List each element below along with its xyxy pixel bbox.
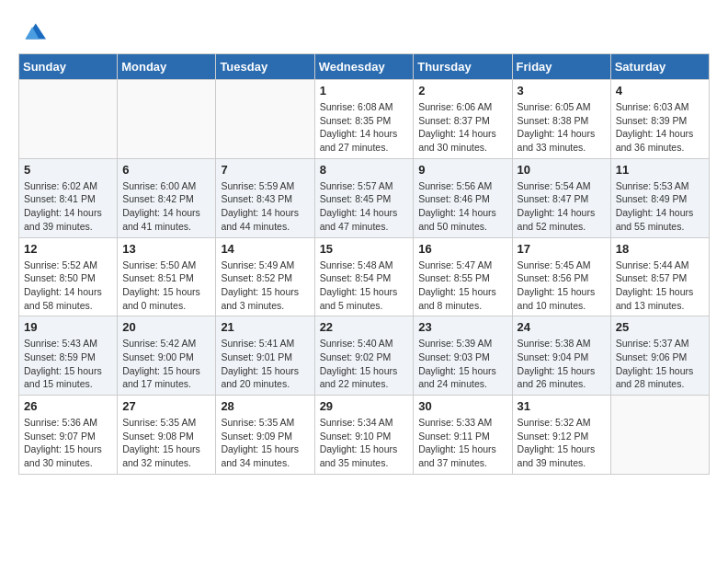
weekday-header-row: SundayMondayTuesdayWednesdayThursdayFrid… [19, 54, 710, 80]
day-number: 23 [418, 320, 506, 334]
day-cell: 9Sunrise: 5:56 AM Sunset: 8:46 PM Daylig… [414, 158, 512, 237]
weekday-saturday: Saturday [610, 54, 709, 80]
day-info: Sunrise: 5:57 AM Sunset: 8:45 PM Dayligh… [320, 179, 409, 234]
day-info: Sunrise: 6:06 AM Sunset: 8:37 PM Dayligh… [418, 100, 506, 155]
day-cell: 6Sunrise: 6:00 AM Sunset: 8:42 PM Daylig… [118, 158, 216, 237]
weekday-monday: Monday [118, 54, 216, 80]
day-cell: 4Sunrise: 6:03 AM Sunset: 8:39 PM Daylig… [610, 80, 709, 159]
day-cell: 28Sunrise: 5:35 AM Sunset: 9:09 PM Dayli… [216, 396, 314, 475]
day-info: Sunrise: 5:56 AM Sunset: 8:46 PM Dayligh… [418, 179, 506, 234]
day-info: Sunrise: 6:02 AM Sunset: 8:41 PM Dayligh… [24, 179, 112, 234]
day-info: Sunrise: 6:00 AM Sunset: 8:42 PM Dayligh… [122, 179, 210, 234]
day-number: 29 [320, 399, 409, 413]
day-cell [216, 80, 314, 159]
week-row-1: 1Sunrise: 6:08 AM Sunset: 8:35 PM Daylig… [19, 80, 710, 159]
week-row-2: 5Sunrise: 6:02 AM Sunset: 8:41 PM Daylig… [19, 158, 710, 237]
day-number: 7 [221, 163, 309, 177]
day-cell: 14Sunrise: 5:49 AM Sunset: 8:52 PM Dayli… [216, 237, 314, 316]
day-number: 25 [616, 320, 704, 334]
day-cell: 30Sunrise: 5:33 AM Sunset: 9:11 PM Dayli… [414, 396, 512, 475]
day-info: Sunrise: 5:40 AM Sunset: 9:02 PM Dayligh… [320, 337, 409, 391]
day-number: 9 [418, 163, 506, 177]
day-cell: 5Sunrise: 6:02 AM Sunset: 8:41 PM Daylig… [19, 158, 118, 237]
day-number: 5 [24, 163, 112, 177]
day-cell: 27Sunrise: 5:35 AM Sunset: 9:08 PM Dayli… [118, 396, 216, 475]
day-cell: 7Sunrise: 5:59 AM Sunset: 8:43 PM Daylig… [216, 158, 314, 237]
day-info: Sunrise: 5:42 AM Sunset: 9:00 PM Dayligh… [122, 337, 210, 391]
day-number: 22 [320, 320, 409, 334]
weekday-wednesday: Wednesday [314, 54, 414, 80]
day-cell [118, 80, 216, 159]
day-number: 8 [320, 163, 409, 177]
day-cell: 17Sunrise: 5:45 AM Sunset: 8:56 PM Dayli… [512, 237, 610, 316]
day-cell: 26Sunrise: 5:36 AM Sunset: 9:07 PM Dayli… [19, 396, 118, 475]
weekday-thursday: Thursday [414, 54, 512, 80]
day-info: Sunrise: 5:49 AM Sunset: 8:52 PM Dayligh… [221, 259, 309, 313]
day-cell: 15Sunrise: 5:48 AM Sunset: 8:54 PM Dayli… [314, 237, 414, 316]
day-info: Sunrise: 5:34 AM Sunset: 9:10 PM Dayligh… [320, 416, 409, 470]
day-info: Sunrise: 6:05 AM Sunset: 8:38 PM Dayligh… [518, 100, 606, 155]
day-info: Sunrise: 5:52 AM Sunset: 8:50 PM Dayligh… [24, 259, 112, 313]
day-number: 2 [418, 84, 506, 98]
day-number: 28 [221, 399, 309, 413]
day-info: Sunrise: 5:50 AM Sunset: 8:51 PM Dayligh… [122, 259, 210, 313]
day-cell: 19Sunrise: 5:43 AM Sunset: 8:59 PM Dayli… [19, 316, 118, 396]
day-cell: 11Sunrise: 5:53 AM Sunset: 8:49 PM Dayli… [610, 158, 709, 237]
day-number: 26 [24, 399, 112, 413]
day-info: Sunrise: 5:35 AM Sunset: 9:09 PM Dayligh… [221, 416, 309, 470]
day-info: Sunrise: 5:37 AM Sunset: 9:06 PM Dayligh… [616, 337, 704, 391]
day-cell: 2Sunrise: 6:06 AM Sunset: 8:37 PM Daylig… [414, 80, 512, 159]
page-header [18, 18, 710, 44]
day-cell [19, 80, 118, 159]
week-row-5: 26Sunrise: 5:36 AM Sunset: 9:07 PM Dayli… [19, 396, 710, 475]
day-cell: 1Sunrise: 6:08 AM Sunset: 8:35 PM Daylig… [314, 80, 414, 159]
day-info: Sunrise: 5:38 AM Sunset: 9:04 PM Dayligh… [518, 337, 606, 391]
day-cell [610, 396, 709, 475]
day-number: 3 [518, 84, 606, 98]
day-cell: 10Sunrise: 5:54 AM Sunset: 8:47 PM Dayli… [512, 158, 610, 237]
day-info: Sunrise: 5:36 AM Sunset: 9:07 PM Dayligh… [24, 416, 112, 470]
day-cell: 13Sunrise: 5:50 AM Sunset: 8:51 PM Dayli… [118, 237, 216, 316]
day-cell: 16Sunrise: 5:47 AM Sunset: 8:55 PM Dayli… [414, 237, 512, 316]
day-cell: 20Sunrise: 5:42 AM Sunset: 9:00 PM Dayli… [118, 316, 216, 396]
weekday-tuesday: Tuesday [216, 54, 314, 80]
day-number: 16 [418, 242, 506, 256]
day-info: Sunrise: 6:08 AM Sunset: 8:35 PM Dayligh… [320, 100, 409, 155]
day-number: 10 [518, 163, 606, 177]
day-number: 15 [320, 242, 409, 256]
week-row-4: 19Sunrise: 5:43 AM Sunset: 8:59 PM Dayli… [19, 316, 710, 396]
day-number: 1 [320, 84, 409, 98]
calendar-table: SundayMondayTuesdayWednesdayThursdayFrid… [18, 53, 710, 475]
logo-icon [20, 18, 46, 44]
day-cell: 12Sunrise: 5:52 AM Sunset: 8:50 PM Dayli… [19, 237, 118, 316]
day-number: 14 [221, 242, 309, 256]
day-info: Sunrise: 5:43 AM Sunset: 8:59 PM Dayligh… [24, 337, 112, 391]
day-number: 18 [616, 242, 704, 256]
weekday-sunday: Sunday [19, 54, 118, 80]
day-cell: 18Sunrise: 5:44 AM Sunset: 8:57 PM Dayli… [610, 237, 709, 316]
day-info: Sunrise: 5:32 AM Sunset: 9:12 PM Dayligh… [518, 416, 606, 470]
day-info: Sunrise: 6:03 AM Sunset: 8:39 PM Dayligh… [616, 100, 704, 155]
day-cell: 8Sunrise: 5:57 AM Sunset: 8:45 PM Daylig… [314, 158, 414, 237]
day-cell: 3Sunrise: 6:05 AM Sunset: 8:38 PM Daylig… [512, 80, 610, 159]
day-number: 19 [24, 320, 112, 334]
day-number: 21 [221, 320, 309, 334]
day-cell: 23Sunrise: 5:39 AM Sunset: 9:03 PM Dayli… [414, 316, 512, 396]
day-info: Sunrise: 5:35 AM Sunset: 9:08 PM Dayligh… [122, 416, 210, 470]
day-info: Sunrise: 5:53 AM Sunset: 8:49 PM Dayligh… [616, 179, 704, 234]
day-info: Sunrise: 5:41 AM Sunset: 9:01 PM Dayligh… [221, 337, 309, 391]
day-number: 20 [122, 320, 210, 334]
logo [18, 18, 46, 44]
day-cell: 24Sunrise: 5:38 AM Sunset: 9:04 PM Dayli… [512, 316, 610, 396]
day-cell: 22Sunrise: 5:40 AM Sunset: 9:02 PM Dayli… [314, 316, 414, 396]
day-number: 30 [418, 399, 506, 413]
day-number: 12 [24, 242, 112, 256]
day-number: 6 [122, 163, 210, 177]
day-info: Sunrise: 5:44 AM Sunset: 8:57 PM Dayligh… [616, 259, 704, 313]
day-cell: 21Sunrise: 5:41 AM Sunset: 9:01 PM Dayli… [216, 316, 314, 396]
day-info: Sunrise: 5:33 AM Sunset: 9:11 PM Dayligh… [418, 416, 506, 470]
day-number: 24 [518, 320, 606, 334]
day-number: 31 [518, 399, 606, 413]
day-cell: 31Sunrise: 5:32 AM Sunset: 9:12 PM Dayli… [512, 396, 610, 475]
day-number: 4 [616, 84, 704, 98]
